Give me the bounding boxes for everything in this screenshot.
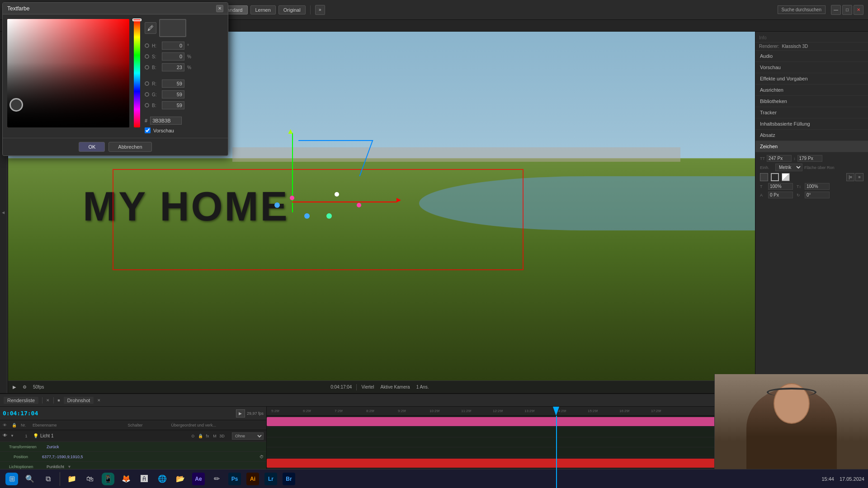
camera-label[interactable]: Aktive Kamera: [379, 384, 412, 390]
ok-btn[interactable]: OK: [79, 142, 105, 152]
rendersliste-tab-tl[interactable]: Rendersliste: [4, 397, 38, 404]
tl-eye-header[interactable]: 👁: [3, 423, 9, 427]
sw-motion1[interactable]: M: [212, 433, 218, 439]
h-input[interactable]: [162, 42, 184, 50]
position-keyframe-btn[interactable]: ⏱: [259, 455, 264, 459]
sw-3d1[interactable]: 3D: [219, 433, 225, 439]
explorer-btn[interactable]: 📁: [64, 471, 80, 487]
renderer-value[interactable]: Klassisch 3D: [782, 44, 808, 49]
h-radio[interactable]: [145, 43, 149, 48]
color-sb-picker[interactable]: [7, 19, 129, 127]
sw-solo1[interactable]: ⊙: [190, 433, 196, 439]
licht-type[interactable]: Punktlicht: [47, 465, 64, 469]
handle-green-br[interactable]: [326, 213, 332, 219]
licht-label[interactable]: Lichtoptionen: [9, 465, 45, 469]
handle-pink-center[interactable]: [290, 196, 294, 200]
tl-lock-header[interactable]: 🔒: [12, 423, 18, 427]
store-btn[interactable]: 🛍: [82, 471, 98, 487]
ae-btn[interactable]: Ae: [190, 471, 207, 487]
maximize-btn[interactable]: □: [842, 5, 852, 15]
sidebar-zeichen[interactable]: Zeichen: [755, 141, 868, 152]
b2-radio[interactable]: [145, 103, 149, 108]
layer1-mode[interactable]: Ohne: [232, 432, 264, 440]
b-input[interactable]: [162, 63, 184, 71]
g-radio[interactable]: [145, 92, 149, 97]
view-label[interactable]: Viertel: [359, 384, 376, 390]
handle-blue-bl[interactable]: [274, 202, 280, 208]
transform-label[interactable]: Transformieren: [9, 445, 45, 449]
edit-btn[interactable]: ✏: [208, 471, 225, 487]
handle-blue-br[interactable]: [304, 213, 310, 219]
eyedropper-btn[interactable]: 🖉: [145, 22, 156, 34]
start-btn[interactable]: ⊞: [4, 471, 20, 487]
align-center-btn[interactable]: ≡: [855, 173, 863, 181]
sb-current-color-indicator[interactable]: [9, 98, 23, 112]
taskview-btn[interactable]: ⧉: [40, 471, 56, 487]
hex-input[interactable]: [150, 117, 182, 125]
sidebar-tracker[interactable]: Tracker: [755, 107, 868, 118]
layer1-name[interactable]: Licht 1: [40, 433, 189, 438]
preview-play-btn[interactable]: ▶: [11, 384, 18, 390]
sidebar-libraries[interactable]: Bibliotheken: [755, 96, 868, 107]
position-label[interactable]: Position: [14, 455, 41, 459]
firefox-btn[interactable]: 🦊: [118, 471, 134, 487]
lernen-btn[interactable]: Lernen: [250, 5, 276, 14]
s-input[interactable]: [162, 52, 184, 61]
font-size-input[interactable]: [767, 155, 792, 162]
unit-select[interactable]: Metrik: [775, 164, 802, 171]
g-input[interactable]: [162, 90, 184, 99]
sidebar-audio[interactable]: Audio: [755, 51, 868, 62]
preview-checkbox[interactable]: [145, 127, 151, 133]
hue-slider-thumb[interactable]: [132, 19, 142, 21]
comp-tab-close[interactable]: ✕: [97, 398, 101, 403]
sidebar-preview[interactable]: Vorschau: [755, 62, 868, 73]
hue-slider-track[interactable]: [134, 19, 140, 127]
cancel-btn[interactable]: Abbrechen: [108, 142, 151, 152]
time-display[interactable]: 0:04:17:04: [3, 410, 38, 417]
position-value[interactable]: 6377,7;-1590,9;1910,5: [42, 455, 83, 459]
clock-btn[interactable]: 🌐: [154, 471, 170, 487]
r-input[interactable]: [162, 80, 184, 88]
licht-type-expand[interactable]: ▼: [67, 465, 71, 469]
whatsapp-btn[interactable]: 📱: [100, 471, 116, 487]
drohnshot-comp-tab[interactable]: Drohnshot: [64, 397, 94, 404]
search-box[interactable]: Suche durchsuchen: [778, 5, 826, 14]
stroke-color-swatch[interactable]: [771, 173, 779, 181]
original-btn[interactable]: Original: [278, 5, 306, 14]
handle-white-tr[interactable]: [335, 192, 339, 197]
search-btn[interactable]: 🔍: [22, 471, 38, 487]
ai-btn[interactable]: Ai: [245, 471, 261, 487]
close-btn[interactable]: ✕: [854, 5, 863, 15]
br-btn[interactable]: Br: [281, 471, 297, 487]
expand-panels-icon[interactable]: »: [315, 5, 325, 15]
sw-fx1[interactable]: fx: [204, 433, 211, 439]
rendersliste-close-tl[interactable]: ✕: [46, 398, 50, 403]
minimize-btn[interactable]: —: [831, 5, 841, 15]
line-height-input[interactable]: [797, 155, 822, 162]
s-radio[interactable]: [145, 54, 149, 59]
layer1-vis[interactable]: 👁: [3, 433, 9, 439]
tl-expand-btn[interactable]: ▶: [236, 409, 245, 418]
sidebar-effects[interactable]: Effekte und Vorgaben: [755, 73, 868, 84]
b-radio[interactable]: [145, 65, 149, 70]
layer1-expand[interactable]: ▼: [10, 434, 14, 438]
fill-color-swatch[interactable]: [760, 173, 768, 181]
scale-h-input[interactable]: [768, 183, 793, 190]
preview-settings-btn[interactable]: ⚙: [21, 384, 28, 390]
sw-lock1[interactable]: 🔒: [197, 433, 203, 439]
sidebar-absatz[interactable]: Absatz: [755, 130, 868, 141]
align-left-btn[interactable]: |≡: [846, 173, 854, 181]
handle-pink-r[interactable]: [357, 203, 361, 207]
dialog-close-btn[interactable]: ✕: [216, 5, 223, 12]
ps-btn[interactable]: Ps: [226, 471, 243, 487]
r-radio[interactable]: [145, 81, 149, 86]
sidebar-fill[interactable]: Inhaltsbasierte Füllung: [755, 118, 868, 130]
rotate-input[interactable]: [805, 192, 830, 198]
views-btn[interactable]: 1 Ans.: [415, 384, 431, 390]
b2-input[interactable]: [162, 101, 184, 109]
scale-v-input[interactable]: [805, 183, 830, 190]
folder-btn[interactable]: 📂: [172, 471, 189, 487]
sidebar-ausrichten[interactable]: Ausrichten: [755, 84, 868, 96]
white-swatch[interactable]: [782, 173, 790, 181]
lr-btn[interactable]: Lr: [263, 471, 279, 487]
